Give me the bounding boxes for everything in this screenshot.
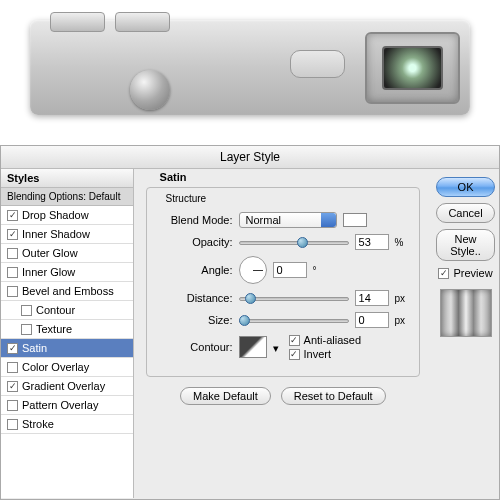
style-item-label: Texture xyxy=(36,323,72,335)
style-item-bevel-and-emboss[interactable]: Bevel and Emboss xyxy=(1,282,133,301)
reset-default-button[interactable]: Reset to Default xyxy=(281,387,386,405)
size-unit: px xyxy=(395,315,406,326)
size-label: Size: xyxy=(161,314,233,326)
satin-panel: Satin Structure Blend Mode: Normal Opaci… xyxy=(134,169,433,498)
blending-options-header[interactable]: Blending Options: Default xyxy=(1,188,133,206)
satin-color-swatch[interactable] xyxy=(343,213,367,227)
style-item-stroke[interactable]: Stroke xyxy=(1,415,133,434)
opacity-unit: % xyxy=(395,237,404,248)
preview-swatch xyxy=(440,289,492,337)
camera-viewfinder xyxy=(365,32,460,104)
checkbox-icon[interactable] xyxy=(7,248,18,259)
style-item-color-overlay[interactable]: Color Overlay xyxy=(1,358,133,377)
angle-label: Angle: xyxy=(161,264,233,276)
checkbox-icon[interactable] xyxy=(7,286,18,297)
contour-label: Contour: xyxy=(161,341,233,353)
blend-mode-label: Blend Mode: xyxy=(161,214,233,226)
distance-unit: px xyxy=(395,293,406,304)
opacity-input[interactable]: 53 xyxy=(355,234,389,250)
camera-knob xyxy=(130,70,170,110)
panel-title: Satin xyxy=(156,171,191,183)
style-item-label: Contour xyxy=(36,304,75,316)
angle-dial[interactable] xyxy=(239,256,267,284)
layer-style-dialog: Layer Style Styles Blending Options: Def… xyxy=(0,145,500,500)
checkbox-icon[interactable] xyxy=(21,324,32,335)
style-item-pattern-overlay[interactable]: Pattern Overlay xyxy=(1,396,133,415)
style-item-drop-shadow[interactable]: Drop Shadow xyxy=(1,206,133,225)
style-item-inner-glow[interactable]: Inner Glow xyxy=(1,263,133,282)
styles-header[interactable]: Styles xyxy=(1,169,133,188)
distance-slider[interactable] xyxy=(239,291,349,305)
style-item-label: Satin xyxy=(22,342,47,354)
angle-input[interactable]: 0 xyxy=(273,262,307,278)
checkbox-icon[interactable] xyxy=(7,400,18,411)
camera-flash xyxy=(290,50,345,78)
style-item-satin[interactable]: Satin xyxy=(1,339,133,358)
angle-unit: ° xyxy=(313,265,317,276)
viewfinder-lens xyxy=(382,46,443,90)
anti-aliased-checkbox[interactable]: Anti-aliased xyxy=(289,334,361,346)
checkbox-icon[interactable] xyxy=(7,419,18,430)
style-item-label: Gradient Overlay xyxy=(22,380,105,392)
style-item-label: Drop Shadow xyxy=(22,209,89,221)
checkbox-icon[interactable] xyxy=(21,305,32,316)
checkbox-icon[interactable] xyxy=(7,362,18,373)
size-slider[interactable] xyxy=(239,313,349,327)
structure-label: Structure xyxy=(162,193,211,204)
style-item-label: Bevel and Emboss xyxy=(22,285,114,297)
style-item-outer-glow[interactable]: Outer Glow xyxy=(1,244,133,263)
dialog-title: Layer Style xyxy=(1,146,499,169)
camera-body xyxy=(30,20,470,115)
style-item-label: Inner Glow xyxy=(22,266,75,278)
style-item-gradient-overlay[interactable]: Gradient Overlay xyxy=(1,377,133,396)
make-default-button[interactable]: Make Default xyxy=(180,387,271,405)
camera-dial-right xyxy=(115,12,170,32)
checkbox-icon[interactable] xyxy=(7,229,18,240)
style-item-label: Outer Glow xyxy=(22,247,78,259)
opacity-label: Opacity: xyxy=(161,236,233,248)
style-item-inner-shadow[interactable]: Inner Shadow xyxy=(1,225,133,244)
styles-list-column: Styles Blending Options: Default Drop Sh… xyxy=(1,169,134,498)
opacity-slider[interactable] xyxy=(239,235,349,249)
checkbox-icon[interactable] xyxy=(7,210,18,221)
invert-checkbox[interactable]: Invert xyxy=(289,348,361,360)
cancel-button[interactable]: Cancel xyxy=(436,203,495,223)
distance-label: Distance: xyxy=(161,292,233,304)
contour-picker[interactable] xyxy=(239,336,267,358)
size-input[interactable]: 0 xyxy=(355,312,389,328)
checkbox-icon[interactable] xyxy=(7,381,18,392)
dialog-right-column: OK Cancel New Style.. Preview xyxy=(432,169,499,498)
blend-mode-select[interactable]: Normal xyxy=(239,212,337,228)
camera-dial-left xyxy=(50,12,105,32)
style-item-label: Color Overlay xyxy=(22,361,89,373)
style-item-texture[interactable]: Texture xyxy=(1,320,133,339)
style-item-contour[interactable]: Contour xyxy=(1,301,133,320)
style-item-label: Inner Shadow xyxy=(22,228,90,240)
style-item-label: Stroke xyxy=(22,418,54,430)
chevron-down-icon[interactable]: ▾ xyxy=(273,342,283,352)
camera-preview-area xyxy=(0,0,500,145)
style-item-label: Pattern Overlay xyxy=(22,399,98,411)
checkbox-icon[interactable] xyxy=(7,267,18,278)
preview-checkbox[interactable]: Preview xyxy=(436,267,495,279)
new-style-button[interactable]: New Style.. xyxy=(436,229,495,261)
checkbox-icon[interactable] xyxy=(7,343,18,354)
distance-input[interactable]: 14 xyxy=(355,290,389,306)
ok-button[interactable]: OK xyxy=(436,177,495,197)
